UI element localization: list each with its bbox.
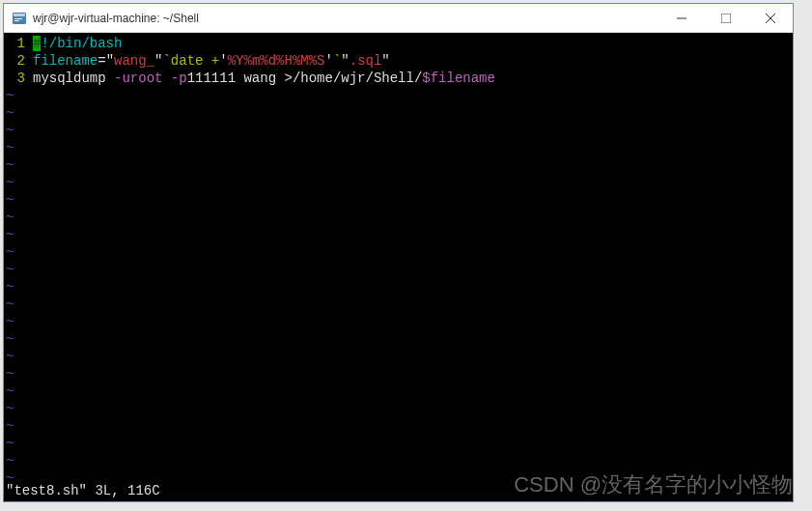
tilde-marker: ~ <box>6 365 14 383</box>
empty-line: ~ <box>6 243 791 261</box>
tilde-marker: ~ <box>6 435 14 452</box>
tilde-marker: ~ <box>6 139 14 156</box>
minimize-icon <box>677 14 686 23</box>
empty-line: ~ <box>6 87 791 104</box>
minimize-button[interactable] <box>659 4 704 33</box>
empty-line: ~ <box>6 122 791 139</box>
empty-line: ~ <box>6 330 791 348</box>
empty-line: ~ <box>6 191 791 209</box>
line-number: 3 <box>6 70 33 87</box>
tilde-marker: ~ <box>6 330 14 348</box>
tilde-marker: ~ <box>6 226 14 243</box>
empty-line: ~ <box>6 261 791 278</box>
line-number: 1 <box>6 35 33 52</box>
tilde-marker: ~ <box>6 400 14 417</box>
tilde-marker: ~ <box>6 87 14 104</box>
empty-line: ~ <box>6 296 791 313</box>
tilde-marker: ~ <box>6 261 14 278</box>
svg-rect-2 <box>14 18 22 19</box>
empty-line: ~ <box>6 139 791 156</box>
terminal-content[interactable]: 1 #!/bin/bash 2 filename="wang_"`date +'… <box>4 33 793 501</box>
empty-line: ~ <box>6 383 791 400</box>
tilde-marker: ~ <box>6 191 14 209</box>
tilde-marker: ~ <box>6 452 14 469</box>
empty-line: ~ <box>6 435 791 452</box>
window-title: wjr@wjr-virtual-machine: ~/Shell <box>33 12 659 25</box>
tilde-marker: ~ <box>6 209 14 226</box>
empty-line: ~ <box>6 174 791 191</box>
terminal-window: wjr@wjr-virtual-machine: ~/Shell 1 #!/bi… <box>3 3 794 502</box>
vim-status: "test8.sh" 3L, 116C <box>6 482 160 499</box>
close-icon <box>766 14 775 23</box>
line-number: 2 <box>6 52 33 70</box>
empty-line: ~ <box>6 365 791 383</box>
svg-rect-1 <box>14 14 25 16</box>
tilde-marker: ~ <box>6 278 14 296</box>
empty-line: ~ <box>6 156 791 174</box>
empty-line: ~ <box>6 104 791 122</box>
svg-rect-3 <box>14 20 19 21</box>
empty-line: ~ <box>6 400 791 417</box>
tilde-marker: ~ <box>6 313 14 330</box>
window-controls <box>659 4 793 33</box>
empty-line: ~ <box>6 452 791 469</box>
tilde-marker: ~ <box>6 243 14 261</box>
tilde-marker: ~ <box>6 417 14 435</box>
titlebar[interactable]: wjr@wjr-virtual-machine: ~/Shell <box>4 4 793 33</box>
app-icon <box>12 11 27 26</box>
close-button[interactable] <box>748 4 793 33</box>
empty-line: ~ <box>6 417 791 435</box>
tilde-marker: ~ <box>6 383 14 400</box>
tilde-marker: ~ <box>6 296 14 313</box>
code-line: 1 #!/bin/bash <box>6 35 791 52</box>
code-line: 2 filename="wang_"`date +'%Y%m%d%H%M%S'`… <box>6 52 791 70</box>
maximize-button[interactable] <box>704 4 748 33</box>
code-line: 3 mysqldump -uroot -p111111 wang >/home/… <box>6 70 791 87</box>
maximize-icon <box>721 14 731 23</box>
tilde-marker: ~ <box>6 104 14 122</box>
svg-rect-5 <box>721 14 731 23</box>
tilde-marker: ~ <box>6 174 14 191</box>
empty-line: ~ <box>6 278 791 296</box>
empty-line: ~ <box>6 209 791 226</box>
empty-line: ~ <box>6 226 791 243</box>
empty-line: ~ <box>6 313 791 330</box>
tilde-marker: ~ <box>6 348 14 365</box>
tilde-marker: ~ <box>6 122 14 139</box>
empty-line: ~ <box>6 348 791 365</box>
tilde-marker: ~ <box>6 156 14 174</box>
